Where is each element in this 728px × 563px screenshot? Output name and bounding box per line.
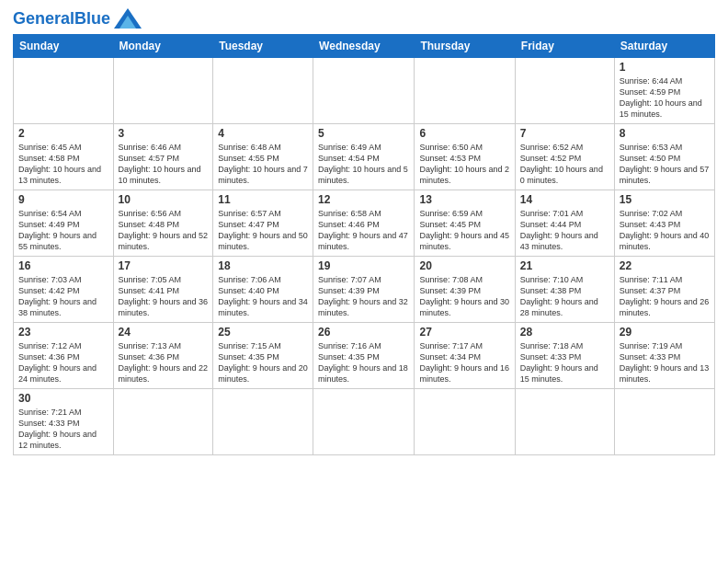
day-cell (614, 389, 714, 455)
day-number: 20 (419, 259, 509, 272)
day-cell (213, 58, 313, 124)
day-number: 9 (18, 193, 108, 206)
day-number: 22 (620, 259, 710, 272)
day-info: Sunrise: 7:08 AM Sunset: 4:39 PM Dayligh… (419, 274, 509, 319)
calendar-header-row: SundayMondayTuesdayWednesdayThursdayFrid… (14, 35, 715, 58)
day-number: 17 (119, 259, 209, 272)
day-number: 2 (18, 127, 108, 140)
day-cell: 25Sunrise: 7:15 AM Sunset: 4:35 PM Dayli… (213, 323, 313, 389)
logo-blue: Blue (74, 9, 110, 28)
day-info: Sunrise: 7:21 AM Sunset: 4:33 PM Dayligh… (18, 407, 108, 452)
day-cell: 29Sunrise: 7:19 AM Sunset: 4:33 PM Dayli… (614, 323, 714, 389)
day-cell (213, 389, 313, 455)
day-info: Sunrise: 6:54 AM Sunset: 4:49 PM Dayligh… (18, 208, 108, 253)
day-info: Sunrise: 6:59 AM Sunset: 4:45 PM Dayligh… (419, 208, 509, 253)
day-number: 30 (18, 392, 108, 405)
day-cell: 17Sunrise: 7:05 AM Sunset: 4:41 PM Dayli… (113, 257, 213, 323)
day-number: 7 (520, 127, 609, 140)
day-cell: 8Sunrise: 6:53 AM Sunset: 4:50 PM Daylig… (614, 124, 714, 190)
day-cell (113, 58, 213, 124)
day-cell (313, 389, 415, 455)
day-number: 21 (520, 259, 609, 272)
week-row-5: 23Sunrise: 7:12 AM Sunset: 4:36 PM Dayli… (14, 323, 715, 389)
day-cell: 11Sunrise: 6:57 AM Sunset: 4:47 PM Dayli… (213, 190, 313, 257)
col-header-saturday: Saturday (614, 35, 714, 58)
day-info: Sunrise: 7:10 AM Sunset: 4:38 PM Dayligh… (520, 274, 609, 319)
day-info: Sunrise: 6:49 AM Sunset: 4:54 PM Dayligh… (318, 142, 409, 187)
day-cell: 4Sunrise: 6:48 AM Sunset: 4:55 PM Daylig… (213, 124, 313, 190)
col-header-tuesday: Tuesday (213, 35, 313, 58)
day-cell: 20Sunrise: 7:08 AM Sunset: 4:39 PM Dayli… (415, 257, 515, 323)
day-info: Sunrise: 7:19 AM Sunset: 4:33 PM Dayligh… (620, 340, 710, 385)
day-number: 10 (119, 193, 209, 206)
day-cell: 23Sunrise: 7:12 AM Sunset: 4:36 PM Dayli… (14, 323, 114, 389)
week-row-1: 1Sunrise: 6:44 AM Sunset: 4:59 PM Daylig… (14, 58, 715, 124)
logo: GeneralBlue (13, 9, 142, 29)
day-cell (515, 389, 614, 455)
col-header-monday: Monday (113, 35, 213, 58)
day-number: 14 (520, 193, 609, 206)
day-info: Sunrise: 6:56 AM Sunset: 4:48 PM Dayligh… (119, 208, 209, 253)
day-cell: 14Sunrise: 7:01 AM Sunset: 4:44 PM Dayli… (515, 190, 614, 257)
calendar-page: GeneralBlue SundayMondayTuesdayWednesday… (0, 0, 728, 563)
day-cell: 16Sunrise: 7:03 AM Sunset: 4:42 PM Dayli… (14, 257, 114, 323)
day-info: Sunrise: 6:48 AM Sunset: 4:55 PM Dayligh… (218, 142, 308, 187)
col-header-friday: Friday (515, 35, 614, 58)
day-number: 13 (419, 193, 509, 206)
day-cell: 6Sunrise: 6:50 AM Sunset: 4:53 PM Daylig… (415, 124, 515, 190)
day-number: 12 (318, 193, 409, 206)
day-cell: 28Sunrise: 7:18 AM Sunset: 4:33 PM Dayli… (515, 323, 614, 389)
day-cell: 15Sunrise: 7:02 AM Sunset: 4:43 PM Dayli… (614, 190, 714, 257)
day-number: 24 (119, 326, 209, 339)
day-cell (415, 58, 515, 124)
day-info: Sunrise: 6:50 AM Sunset: 4:53 PM Dayligh… (419, 142, 509, 187)
day-number: 16 (18, 259, 108, 272)
week-row-6: 30Sunrise: 7:21 AM Sunset: 4:33 PM Dayli… (14, 389, 715, 455)
day-cell: 13Sunrise: 6:59 AM Sunset: 4:45 PM Dayli… (415, 190, 515, 257)
day-info: Sunrise: 7:16 AM Sunset: 4:35 PM Dayligh… (318, 340, 409, 385)
day-cell (415, 389, 515, 455)
day-info: Sunrise: 7:11 AM Sunset: 4:37 PM Dayligh… (620, 274, 710, 319)
day-info: Sunrise: 6:46 AM Sunset: 4:57 PM Dayligh… (119, 142, 209, 187)
day-cell: 27Sunrise: 7:17 AM Sunset: 4:34 PM Dayli… (415, 323, 515, 389)
day-info: Sunrise: 6:53 AM Sunset: 4:50 PM Dayligh… (620, 142, 710, 187)
day-cell: 19Sunrise: 7:07 AM Sunset: 4:39 PM Dayli… (313, 257, 415, 323)
day-info: Sunrise: 6:44 AM Sunset: 4:59 PM Dayligh… (620, 75, 710, 121)
day-cell: 7Sunrise: 6:52 AM Sunset: 4:52 PM Daylig… (515, 124, 614, 190)
day-info: Sunrise: 6:45 AM Sunset: 4:58 PM Dayligh… (18, 142, 108, 187)
day-info: Sunrise: 6:57 AM Sunset: 4:47 PM Dayligh… (218, 208, 308, 253)
day-info: Sunrise: 7:01 AM Sunset: 4:44 PM Dayligh… (520, 208, 609, 253)
day-number: 5 (318, 127, 409, 140)
day-info: Sunrise: 7:06 AM Sunset: 4:40 PM Dayligh… (218, 274, 308, 319)
day-cell (313, 58, 415, 124)
day-cell: 18Sunrise: 7:06 AM Sunset: 4:40 PM Dayli… (213, 257, 313, 323)
day-info: Sunrise: 7:03 AM Sunset: 4:42 PM Dayligh… (18, 274, 108, 319)
day-cell: 26Sunrise: 7:16 AM Sunset: 4:35 PM Dayli… (313, 323, 415, 389)
day-cell: 3Sunrise: 6:46 AM Sunset: 4:57 PM Daylig… (113, 124, 213, 190)
day-info: Sunrise: 6:52 AM Sunset: 4:52 PM Dayligh… (520, 142, 609, 187)
day-info: Sunrise: 7:17 AM Sunset: 4:34 PM Dayligh… (419, 340, 509, 385)
day-cell: 2Sunrise: 6:45 AM Sunset: 4:58 PM Daylig… (14, 124, 114, 190)
day-cell: 1Sunrise: 6:44 AM Sunset: 4:59 PM Daylig… (614, 58, 714, 124)
day-number: 11 (218, 193, 308, 206)
day-number: 29 (620, 326, 710, 339)
logo-text: GeneralBlue (13, 9, 110, 29)
day-cell: 10Sunrise: 6:56 AM Sunset: 4:48 PM Dayli… (113, 190, 213, 257)
day-number: 28 (520, 326, 609, 339)
day-number: 1 (620, 61, 710, 74)
day-number: 15 (620, 193, 710, 206)
day-info: Sunrise: 6:58 AM Sunset: 4:46 PM Dayligh… (318, 208, 409, 253)
calendar-table: SundayMondayTuesdayWednesdayThursdayFrid… (13, 34, 715, 455)
week-row-4: 16Sunrise: 7:03 AM Sunset: 4:42 PM Dayli… (14, 257, 715, 323)
logo-general: General (13, 9, 74, 28)
day-info: Sunrise: 7:12 AM Sunset: 4:36 PM Dayligh… (18, 340, 108, 385)
day-number: 19 (318, 259, 409, 272)
week-row-2: 2Sunrise: 6:45 AM Sunset: 4:58 PM Daylig… (14, 124, 715, 190)
day-number: 3 (119, 127, 209, 140)
day-number: 26 (318, 326, 409, 339)
week-row-3: 9Sunrise: 6:54 AM Sunset: 4:49 PM Daylig… (14, 190, 715, 257)
day-cell: 22Sunrise: 7:11 AM Sunset: 4:37 PM Dayli… (614, 257, 714, 323)
day-number: 6 (419, 127, 509, 140)
page-header: GeneralBlue (13, 9, 715, 29)
day-info: Sunrise: 7:05 AM Sunset: 4:41 PM Dayligh… (119, 274, 209, 319)
